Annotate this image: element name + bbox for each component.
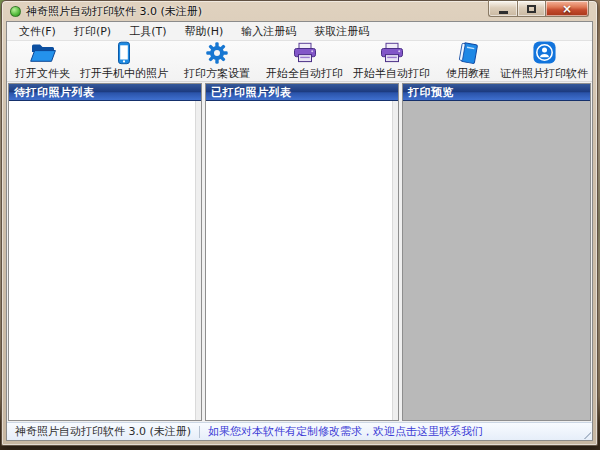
vertical-scrollbar[interactable]: [195, 101, 201, 420]
close-icon: ×: [562, 3, 572, 15]
menu-file[interactable]: 文件(F): [10, 22, 65, 41]
open-folder-icon: [29, 41, 57, 65]
status-bar: 神奇照片自动打印软件 3.0 (未注册) 如果您对本软件有定制修改需求，欢迎点击…: [7, 422, 592, 440]
pending-photos-list[interactable]: [9, 101, 201, 420]
minimize-button[interactable]: [488, 0, 517, 17]
phone-icon: [112, 41, 136, 65]
status-app-info: 神奇照片自动打印软件 3.0 (未注册): [7, 424, 199, 439]
menu-help[interactable]: 帮助(H): [175, 22, 232, 41]
printed-photos-panel: 已打印照片列表: [205, 83, 399, 421]
app-logo-icon: [10, 6, 21, 17]
start-full-auto-print-button[interactable]: 开始全自动打印: [261, 41, 348, 81]
menu-enter-regcode[interactable]: 输入注册码: [232, 22, 305, 41]
app-window: 神奇照片自动打印软件 3.0 (未注册) × 文件(F) 打印(P) 工具(T)…: [1, 0, 598, 446]
resize-grip[interactable]: [579, 427, 591, 439]
print-preview-panel: 打印预览: [402, 83, 591, 421]
start-semi-auto-print-button[interactable]: 开始半自动打印: [348, 41, 435, 81]
tutorial-button[interactable]: 使用教程: [441, 41, 495, 81]
tool-label: 打印方案设置: [184, 66, 250, 81]
panels-container: 待打印照片列表 已打印照片列表 打印预览: [7, 82, 592, 422]
printed-photos-panel-title: 已打印照片列表: [206, 84, 398, 101]
id-photo-icon: [532, 40, 557, 65]
toolbar: 打开文件夹 打开手机中的照片: [7, 41, 592, 82]
client-area: 文件(F) 打印(P) 工具(T) 帮助(H) 输入注册码 获取注册码 打开文件…: [6, 21, 593, 441]
printer-icon: [292, 41, 318, 65]
maximize-button[interactable]: [517, 0, 546, 17]
pending-photos-panel-title: 待打印照片列表: [9, 84, 201, 101]
window-title: 神奇照片自动打印软件 3.0 (未注册): [26, 4, 202, 19]
window-controls: ×: [488, 0, 589, 17]
menu-print[interactable]: 打印(P): [65, 22, 120, 41]
open-phone-photos-button[interactable]: 打开手机中的照片: [75, 41, 173, 81]
menu-tools[interactable]: 工具(T): [120, 22, 175, 41]
print-preview-area: [403, 101, 590, 420]
menu-get-regcode[interactable]: 获取注册码: [305, 22, 378, 41]
tool-label: 打开文件夹: [15, 66, 70, 81]
minimize-icon: [499, 11, 508, 14]
gear-icon: [205, 41, 229, 65]
tool-label: 使用教程: [446, 66, 490, 81]
printed-photos-list[interactable]: [206, 101, 398, 420]
print-settings-button[interactable]: 打印方案设置: [179, 41, 255, 81]
tool-label: 打开手机中的照片: [80, 66, 168, 81]
title-bar[interactable]: 神奇照片自动打印软件 3.0 (未注册) ×: [2, 1, 597, 21]
tool-label: 证件照片打印软件: [500, 66, 588, 81]
vertical-scrollbar[interactable]: [392, 101, 398, 420]
close-button[interactable]: ×: [546, 0, 589, 17]
book-icon: [456, 41, 480, 65]
tool-label: 开始半自动打印: [353, 66, 430, 81]
print-preview-panel-title: 打印预览: [403, 84, 590, 101]
maximize-icon: [527, 5, 536, 13]
pending-photos-panel: 待打印照片列表: [8, 83, 202, 421]
open-folder-button[interactable]: 打开文件夹: [10, 41, 75, 81]
menu-bar: 文件(F) 打印(P) 工具(T) 帮助(H) 输入注册码 获取注册码: [7, 22, 592, 41]
contact-us-link[interactable]: 如果您对本软件有定制修改需求，欢迎点击这里联系我们: [200, 424, 491, 439]
printer-icon: [379, 41, 405, 65]
id-photo-software-button[interactable]: 证件照片打印软件: [495, 41, 593, 81]
tool-label: 开始全自动打印: [266, 66, 343, 81]
